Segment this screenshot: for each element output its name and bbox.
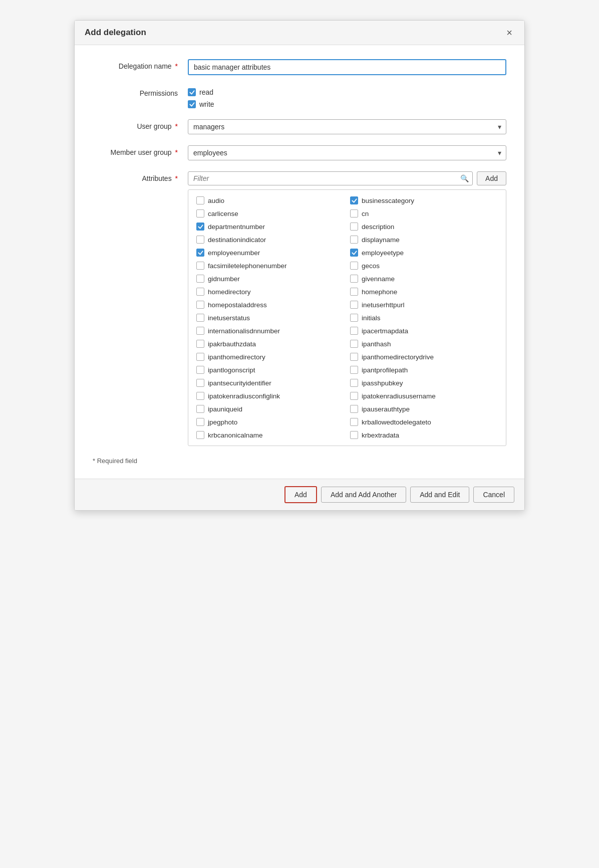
permission-read-checkbox[interactable] (188, 88, 196, 96)
cancel-button[interactable]: Cancel (473, 487, 514, 503)
attr-checkbox-homedirectory[interactable] (196, 288, 204, 296)
list-item[interactable]: givenname (347, 273, 501, 284)
attr-checkbox-ipatokenradiusconfiglink[interactable] (196, 392, 204, 400)
list-item[interactable]: internationalisdnnumber (193, 325, 347, 336)
list-item[interactable]: gidnumber (193, 273, 347, 284)
attr-checkbox-ipantlogonscript[interactable] (196, 366, 204, 374)
attr-checkbox-ipauniqueid[interactable] (196, 405, 204, 413)
attr-checkbox-ipakrbauthzdata[interactable] (196, 340, 204, 348)
attr-checkbox-employeetype[interactable] (350, 249, 358, 257)
attr-checkbox-givenname[interactable] (350, 275, 358, 283)
attr-checkbox-ipantprofilepath[interactable] (350, 366, 358, 374)
attr-checkbox-krballowedtodelegateto[interactable] (350, 418, 358, 426)
attributes-wrap: 🔍 Add audio (188, 171, 506, 446)
attr-label-ipantprofilepath: ipantprofilepath (362, 366, 408, 374)
attr-checkbox-krbcanonicalname[interactable] (196, 431, 204, 439)
list-item[interactable]: ipanthash (347, 338, 501, 349)
list-item[interactable]: homedirectory (193, 286, 347, 297)
attr-checkbox-displayname[interactable] (350, 236, 358, 244)
list-item[interactable]: audio (193, 195, 347, 206)
list-item[interactable]: ipantprofilepath (347, 364, 501, 375)
list-item[interactable]: ipauserauthtype (347, 403, 501, 414)
required-star-attr: * (175, 174, 178, 182)
list-item[interactable]: initials (347, 312, 501, 323)
attr-checkbox-departmentnumber[interactable] (196, 223, 204, 231)
list-item[interactable]: ipakrbauthzdata (193, 338, 347, 349)
attr-checkbox-ipanthomedirectorydrive[interactable] (350, 353, 358, 361)
list-item[interactable]: ipauniqueid (193, 403, 347, 414)
attr-checkbox-cn[interactable] (350, 209, 358, 218)
attr-checkbox-homepostaladdress[interactable] (196, 301, 204, 309)
list-item[interactable]: inetuserhttpurl (347, 299, 501, 310)
attr-checkbox-gecos[interactable] (350, 262, 358, 270)
attr-checkbox-ipanthash[interactable] (350, 340, 358, 348)
list-item[interactable]: businesscategory (347, 195, 501, 206)
delegation-name-input[interactable] (188, 59, 506, 75)
attr-checkbox-ipanthomedirectory[interactable] (196, 353, 204, 361)
attr-checkbox-ipasshpubkey[interactable] (350, 379, 358, 387)
list-item[interactable]: ipanthomedirectory (193, 351, 347, 362)
permission-write-label[interactable]: write (188, 100, 506, 108)
list-item[interactable]: inetuserstatus (193, 312, 347, 323)
list-item[interactable]: ipasshpubkey (347, 377, 501, 388)
attr-checkbox-homephone[interactable] (350, 288, 358, 296)
attr-checkbox-ipauserauthtype[interactable] (350, 405, 358, 413)
list-item[interactable]: krballowedtodelegateto (347, 416, 501, 427)
list-item[interactable]: employeetype (347, 247, 501, 258)
attr-checkbox-facsimile[interactable] (196, 262, 204, 270)
member-user-group-select[interactable]: employees (188, 145, 506, 160)
member-user-group-select-wrap: employees (188, 145, 506, 160)
permissions-label: Permissions (93, 86, 188, 97)
list-item[interactable]: carlicense (193, 208, 347, 219)
list-item[interactable]: ipanthomedirectorydrive (347, 351, 501, 362)
list-item[interactable]: ipacertmapdata (347, 325, 501, 336)
attr-checkbox-audio[interactable] (196, 196, 204, 204)
list-item[interactable]: krbcanonicalname (193, 429, 347, 441)
attr-checkbox-inetuserhttpurl[interactable] (350, 301, 358, 309)
attr-checkbox-ipantsecurityidentifier[interactable] (196, 379, 204, 387)
list-item[interactable]: homephone (347, 286, 501, 297)
list-item[interactable]: facsimiletelephonenumber (193, 260, 347, 271)
attr-checkbox-employeenumber[interactable] (196, 249, 204, 257)
list-item[interactable]: jpegphoto (193, 416, 347, 427)
list-item[interactable]: homepostaladdress (193, 299, 347, 310)
attr-label-homedirectory: homedirectory (208, 288, 251, 296)
close-button[interactable]: × (504, 28, 514, 38)
permission-write-checkbox[interactable] (188, 100, 196, 108)
attr-checkbox-ipacertmapdata[interactable] (350, 327, 358, 335)
list-item[interactable]: gecos (347, 260, 501, 271)
list-item[interactable]: displayname (347, 234, 501, 245)
attr-checkbox-description[interactable] (350, 223, 358, 231)
list-item[interactable]: departmentnumber (193, 221, 347, 232)
list-item[interactable]: employeenumber (193, 247, 347, 258)
attr-checkbox-destinationindicator[interactable] (196, 236, 204, 244)
attributes-list[interactable]: audio carlicense departmentnumber (188, 189, 506, 446)
user-group-select[interactable]: managers (188, 119, 506, 134)
list-item[interactable]: ipantlogonscript (193, 364, 347, 375)
attr-checkbox-businesscategory[interactable] (350, 196, 358, 204)
attr-checkbox-krbextradata[interactable] (350, 431, 358, 439)
attr-checkbox-inetuserstatus[interactable] (196, 314, 204, 322)
list-item[interactable]: ipantsecurityidentifier (193, 377, 347, 388)
list-item[interactable]: krbextradata (347, 429, 501, 441)
attr-checkbox-internationalisdnnumber[interactable] (196, 327, 204, 335)
add-another-button[interactable]: Add and Add Another (321, 487, 406, 503)
list-item[interactable]: description (347, 221, 501, 232)
list-item[interactable]: ipatokenradiusconfiglink (193, 390, 347, 401)
attr-checkbox-carlicense[interactable] (196, 209, 204, 218)
filter-input[interactable] (188, 171, 473, 185)
permission-read-label[interactable]: read (188, 88, 506, 96)
attributes-add-button[interactable]: Add (477, 171, 506, 185)
attr-label-facsimile: facsimiletelephonenumber (208, 262, 287, 270)
attr-checkbox-ipatokenradiususername[interactable] (350, 392, 358, 400)
attr-checkbox-gidnumber[interactable] (196, 275, 204, 283)
attributes-columns: audio carlicense departmentnumber (188, 195, 506, 441)
list-item[interactable]: cn (347, 208, 501, 219)
attr-checkbox-jpegphoto[interactable] (196, 418, 204, 426)
list-item[interactable]: ipatokenradiususername (347, 390, 501, 401)
add-edit-button[interactable]: Add and Edit (410, 487, 469, 503)
list-item[interactable]: destinationindicator (193, 234, 347, 245)
add-button[interactable]: Add (284, 486, 317, 503)
attr-checkbox-initials[interactable] (350, 314, 358, 322)
attr-label-ipatokenradiususername: ipatokenradiususername (362, 392, 436, 400)
